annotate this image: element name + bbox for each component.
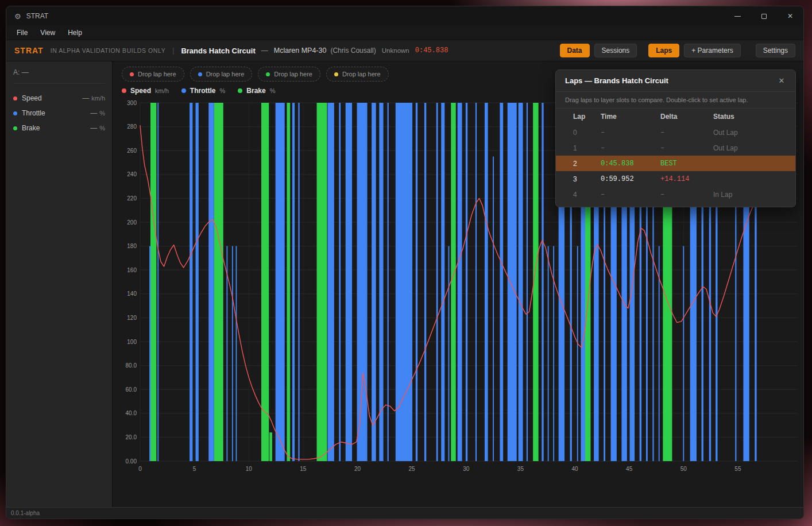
legend-name: Brake — [246, 87, 265, 95]
throttle-color-dot — [13, 111, 17, 115]
svg-text:20.0: 20.0 — [126, 434, 137, 440]
speed-legend-dot — [122, 88, 126, 93]
svg-text:140: 140 — [127, 291, 137, 297]
lap-number: 2 — [573, 160, 601, 168]
status-bar: 0.0.1-alpha — [6, 507, 803, 519]
series-name: Throttle — [22, 109, 45, 117]
lap-number: 0 — [573, 129, 601, 137]
lap-row-3[interactable]: 3 0:59.952 +14.114 — [556, 171, 795, 187]
throttle-legend-dot — [181, 88, 186, 93]
svg-text:35: 35 — [517, 466, 524, 472]
header-divider: | — [172, 47, 174, 55]
lap-number: 3 — [573, 175, 601, 183]
svg-text:50: 50 — [680, 466, 687, 472]
laps-table-header: Lap Time Delta Status — [556, 109, 795, 125]
series-unit: % — [99, 110, 105, 117]
lap-delta: – — [660, 144, 713, 152]
slot-b-color-dot — [198, 72, 202, 76]
svg-text:100: 100 — [127, 339, 137, 345]
legend-name: Speed — [130, 87, 151, 95]
laps-button[interactable]: Laps — [648, 44, 679, 57]
drop-slot-b[interactable]: Drop lap here — [190, 67, 253, 82]
app-window: ⚙ STRAT ✕ File View Help STRAT IN ALPHA … — [6, 6, 804, 519]
svg-text:5: 5 — [193, 466, 196, 472]
legend-unit: % — [220, 87, 226, 94]
drop-slot-a[interactable]: Drop lap here — [122, 67, 184, 82]
brake-color-dot — [13, 126, 17, 130]
data-button[interactable]: Data — [560, 44, 590, 57]
lap-status: In Lap — [713, 191, 787, 199]
lap-time: – — [601, 191, 660, 199]
close-button[interactable]: ✕ — [777, 6, 803, 26]
header-dash: — — [261, 47, 268, 55]
legend-throttle: Throttle % — [181, 87, 225, 95]
svg-text:220: 220 — [127, 195, 137, 202]
lap-row-2-active[interactable]: 2 0:45.838 BEST — [556, 156, 795, 171]
header-buttons: Data Sessions Laps + Parameters Settings — [560, 44, 795, 57]
sessions-button[interactable]: Sessions — [594, 44, 637, 57]
menu-view[interactable]: View — [40, 29, 55, 37]
svg-text:240: 240 — [127, 171, 137, 177]
svg-text:45: 45 — [626, 466, 633, 472]
svg-text:300: 300 — [127, 100, 137, 106]
svg-text:10: 10 — [246, 466, 253, 472]
drop-slot-c[interactable]: Drop lap here — [258, 67, 320, 82]
lap-row-1[interactable]: 1 – – Out Lap — [556, 140, 795, 156]
legend-speed: Speed km/h — [122, 87, 169, 95]
lap-delta: – — [660, 129, 713, 137]
lap-time: – — [601, 129, 660, 137]
svg-text:40: 40 — [571, 466, 578, 472]
svg-text:180: 180 — [127, 243, 137, 249]
svg-text:20: 20 — [354, 466, 361, 472]
settings-button[interactable]: Settings — [756, 44, 795, 57]
laps-panel-title: Laps — Brands Hatch Circuit — [565, 76, 668, 85]
session-type: Unknown — [382, 47, 409, 54]
svg-text:0: 0 — [138, 466, 142, 472]
laps-panel-close-button[interactable]: ✕ — [776, 76, 787, 85]
svg-text:160: 160 — [127, 267, 137, 273]
legend-unit: % — [270, 87, 276, 94]
titlebar: ⚙ STRAT ✕ — [6, 6, 803, 26]
menubar: File View Help — [6, 26, 803, 40]
drop-slot-label: Drop lap here — [274, 71, 312, 78]
lap-number: 1 — [573, 144, 601, 152]
sidebar-item-brake[interactable]: Brake — % — [13, 121, 105, 136]
minimize-button[interactable] — [724, 6, 751, 26]
lap-row-4[interactable]: 4 – – In Lap — [556, 187, 795, 202]
svg-text:0.00: 0.00 — [126, 458, 137, 465]
sidebar-item-throttle[interactable]: Throttle — % — [13, 106, 105, 121]
svg-text:280: 280 — [127, 123, 137, 130]
drop-slot-d[interactable]: Drop lap here — [326, 67, 389, 82]
circuit-name: Brands Hatch Circuit — [181, 47, 255, 55]
lap-row-0[interactable]: 0 – – Out Lap — [556, 125, 795, 140]
menu-file[interactable]: File — [17, 29, 28, 37]
legend-unit: km/h — [155, 87, 169, 94]
parameters-button[interactable]: + Parameters — [684, 44, 740, 57]
app-version: 0.0.1-alpha — [11, 510, 40, 516]
best-lap-time: 0:45.838 — [415, 47, 448, 55]
sidebar-item-speed[interactable]: Speed — km/h — [13, 91, 105, 106]
lap-number: 4 — [573, 191, 601, 199]
svg-text:60.0: 60.0 — [126, 386, 137, 393]
laps-panel: Laps — Brands Hatch Circuit ✕ Drag laps … — [555, 69, 796, 207]
col-status: Status — [713, 113, 787, 121]
lap-delta: – — [660, 191, 713, 199]
maximize-icon — [761, 14, 767, 19]
app-header: STRAT IN ALPHA VALIDATION BUILDS ONLY | … — [6, 40, 803, 61]
svg-text:30: 30 — [463, 466, 470, 472]
driver-name: (Chris Cousall) — [330, 47, 376, 55]
lap-status: Out Lap — [713, 129, 787, 137]
maximize-button[interactable] — [751, 6, 777, 26]
series-value: — — [90, 109, 97, 117]
series-value: — — [82, 94, 89, 102]
menu-help[interactable]: Help — [68, 29, 82, 37]
lap-time: 0:45.838 — [601, 160, 660, 168]
svg-text:40.0: 40.0 — [126, 410, 137, 416]
slot-a-color-dot — [130, 72, 134, 76]
svg-text:120: 120 — [127, 315, 137, 321]
lap-delta: BEST — [660, 160, 713, 168]
minimize-icon — [734, 16, 741, 17]
col-lap: Lap — [573, 113, 601, 121]
brake-legend-dot — [238, 88, 242, 93]
legend-name: Throttle — [190, 87, 216, 95]
